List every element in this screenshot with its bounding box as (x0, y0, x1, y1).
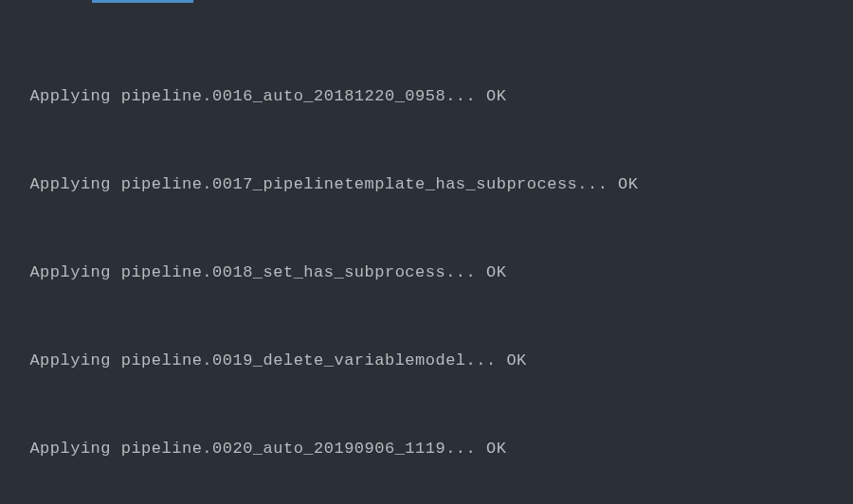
terminal-output[interactable]: Applying pipeline.0016_auto_20181220_095… (0, 9, 853, 504)
terminal-line: Applying pipeline.0020_auto_20190906_111… (9, 434, 844, 463)
terminal-line: Applying pipeline.0018_set_has_subproces… (9, 258, 844, 287)
terminal-line: Applying pipeline.0019_delete_variablemo… (9, 346, 844, 375)
tab-active-indicator (92, 0, 193, 3)
terminal-line: Applying pipeline.0017_pipelinetemplate_… (9, 170, 844, 199)
terminal-line: Applying pipeline.0016_auto_20181220_095… (9, 81, 844, 111)
